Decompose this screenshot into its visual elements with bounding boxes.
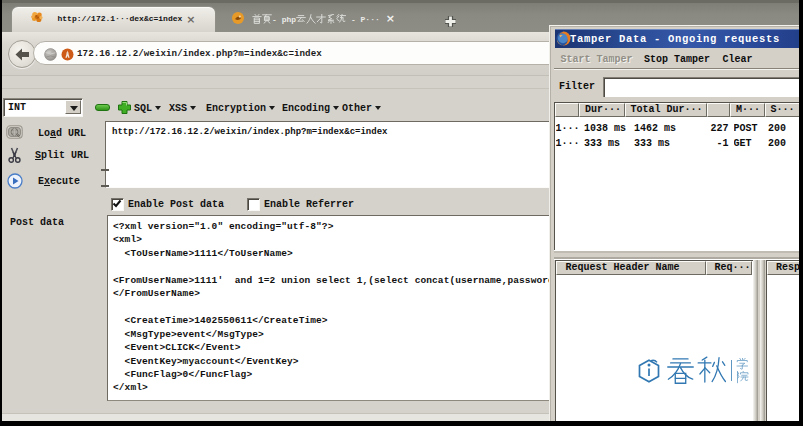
resize-grippy[interactable] bbox=[101, 185, 109, 187]
preset-dropdown[interactable]: INT bbox=[3, 98, 83, 117]
button-label-part: plit URL bbox=[41, 150, 89, 161]
tab-inactive[interactable]: - php - P··· × bbox=[220, 6, 405, 32]
cell-duration: 1038 ms bbox=[584, 123, 626, 134]
back-arrow-icon bbox=[14, 46, 31, 63]
button-label-part: Lo bbox=[38, 128, 50, 139]
cell-total-duration: 1462 ms bbox=[634, 123, 676, 134]
cell-method: GET bbox=[734, 138, 752, 149]
column-header-size[interactable] bbox=[707, 103, 731, 117]
tab2-close-icon[interactable]: × bbox=[386, 12, 395, 25]
watermark-suffix-text bbox=[736, 358, 749, 384]
enable-post-data-label: Enable Post data bbox=[128, 199, 224, 210]
site-identity-icon[interactable] bbox=[61, 48, 74, 61]
dropdown-button[interactable] bbox=[65, 100, 81, 114]
splitter-ridge bbox=[753, 260, 758, 422]
button-label-part: ecute bbox=[50, 176, 80, 187]
menu-label: SQL bbox=[134, 103, 152, 114]
column-header-response-header-name[interactable]: Resp bbox=[767, 261, 799, 275]
url-text: 172.16.12.2/weixin/index.php?m=index&c=i… bbox=[77, 48, 322, 59]
watermark-divider bbox=[731, 360, 733, 381]
tab2-favicon-icon bbox=[231, 11, 245, 25]
new-tab-button[interactable] bbox=[443, 14, 458, 29]
chevron-down-icon bbox=[155, 106, 161, 110]
tamper-menu-bar: Start Tamper Stop Tamper Clear bbox=[554, 48, 799, 69]
menu-xss[interactable]: XSS bbox=[169, 103, 196, 114]
tab1-favicon-icon bbox=[30, 10, 44, 24]
menu-label: Other bbox=[342, 103, 372, 114]
chevron-down-icon bbox=[269, 106, 275, 110]
desktop: http://172.1···dex&c=index × - php - P··… bbox=[2, 0, 799, 421]
column-header-request-header-value[interactable]: Req··· bbox=[706, 261, 752, 275]
cell-duration: 333 ms bbox=[584, 138, 620, 149]
chevron-down-icon bbox=[70, 106, 78, 111]
tamper-data-window: Tamper Data - Ongoing requests Start Tam… bbox=[549, 25, 799, 421]
load-url-icon bbox=[6, 125, 23, 140]
menu-other[interactable]: Other bbox=[342, 103, 381, 114]
execute-icon bbox=[7, 173, 23, 189]
cell-status: 200 bbox=[768, 123, 786, 134]
firefox-icon bbox=[556, 31, 571, 46]
back-button[interactable] bbox=[8, 40, 36, 68]
cell-size: -1 bbox=[707, 138, 729, 149]
post-data-text: <?xml version="1.0" encoding="utf-8"?> <… bbox=[113, 220, 554, 395]
enable-referrer-checkbox[interactable] bbox=[247, 198, 260, 211]
button-label-part: d URL bbox=[56, 128, 86, 139]
execute-button[interactable]: Execute bbox=[38, 176, 80, 187]
menu-label: Encoding bbox=[282, 103, 330, 114]
ichunqiu-watermark bbox=[636, 356, 749, 386]
menu-label: XSS bbox=[169, 103, 187, 114]
resize-grippy[interactable] bbox=[101, 169, 109, 171]
chevron-down-icon bbox=[190, 106, 196, 110]
requests-table: Dur··· Total Dur··· M··· S··· 1··· 1038 … bbox=[554, 102, 799, 250]
tab2-title: - php - P··· bbox=[252, 11, 380, 27]
enable-post-data-checkbox[interactable] bbox=[111, 198, 124, 211]
vertical-splitter[interactable] bbox=[753, 260, 767, 422]
status-strip bbox=[2, 413, 551, 421]
column-header-time[interactable] bbox=[555, 103, 579, 117]
expand-icon[interactable] bbox=[117, 100, 132, 115]
split-url-button[interactable]: Split URL bbox=[35, 150, 89, 161]
watermark-brand-text bbox=[666, 356, 726, 385]
collapse-icon[interactable] bbox=[95, 104, 110, 111]
split-url-icon bbox=[8, 147, 21, 164]
screenshot-root: http://172.1···dex&c=index × - php - P··… bbox=[0, 0, 803, 426]
hackbar-url-text: http://172.16.12.2/weixin/index.php?m=in… bbox=[112, 127, 387, 137]
menu-encoding[interactable]: Encoding bbox=[282, 103, 339, 114]
column-header-request-header-name[interactable]: Request Header Name bbox=[556, 261, 707, 275]
url-domain: 172.16.12.2 bbox=[77, 48, 138, 59]
column-header-duration[interactable]: Dur··· bbox=[579, 103, 625, 117]
post-data-label: Post data bbox=[10, 217, 64, 228]
response-headers-panel: Resp bbox=[766, 260, 799, 422]
preset-dropdown-value: INT bbox=[8, 102, 26, 113]
tamper-filter-row: Filter bbox=[554, 70, 799, 101]
enable-referrer-label: Enable Referrer bbox=[264, 199, 354, 210]
url-path: /weixin/index.php?m=index&c=index bbox=[138, 48, 322, 59]
horizontal-splitter[interactable] bbox=[554, 250, 799, 260]
menu-sql[interactable]: SQL bbox=[134, 103, 161, 114]
request-headers-panel: Request Header Name Req··· bbox=[555, 260, 754, 422]
filter-input[interactable] bbox=[603, 77, 799, 97]
splitter-ridge bbox=[760, 260, 765, 422]
cell-total-duration: 333 ms bbox=[634, 138, 670, 149]
hackbar-options-row: Enable Post data Enable Referrer bbox=[2, 195, 551, 211]
menu-label: Encryption bbox=[206, 103, 266, 114]
load-url-button[interactable]: Load URL bbox=[38, 128, 86, 139]
tamper-window-title: Tamper Data - Ongoing requests bbox=[570, 33, 780, 45]
cell-time: 1··· bbox=[556, 123, 579, 134]
tab1-title: http://172.1···dex&c=index bbox=[58, 14, 183, 23]
clear-menu-item[interactable]: Clear bbox=[723, 54, 753, 65]
tab-active[interactable]: http://172.1···dex&c=index × bbox=[11, 6, 216, 32]
column-header-method[interactable]: M··· bbox=[730, 103, 765, 117]
start-tamper-menu-item[interactable]: Start Tamper bbox=[561, 54, 633, 65]
cell-time: 1··· bbox=[556, 138, 579, 149]
column-header-total-duration[interactable]: Total Dur··· bbox=[625, 103, 707, 117]
tab1-close-icon[interactable]: × bbox=[186, 13, 195, 26]
stop-tamper-menu-item[interactable]: Stop Tamper bbox=[644, 54, 710, 65]
column-header-status[interactable]: S··· bbox=[765, 103, 800, 117]
chevron-down-icon bbox=[333, 106, 339, 110]
globe-icon bbox=[44, 48, 57, 61]
tamper-title-bar[interactable]: Tamper Data - Ongoing requests bbox=[555, 29, 799, 48]
cell-status: 200 bbox=[768, 138, 786, 149]
menu-encryption[interactable]: Encryption bbox=[206, 103, 275, 114]
chevron-down-icon bbox=[375, 106, 381, 110]
